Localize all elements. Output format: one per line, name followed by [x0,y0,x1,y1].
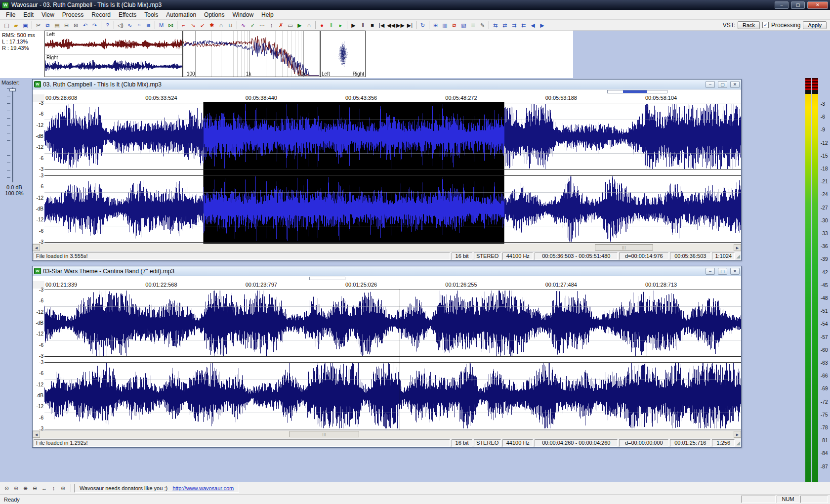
child-minimize-button[interactable]: – [706,268,715,275]
play-record-icon[interactable]: ▸ [336,21,345,30]
menu-automation[interactable]: Automation [162,10,200,19]
copy-icon[interactable]: ⧉ [43,21,52,30]
undo-icon[interactable]: ↶ [81,21,90,30]
menu-window[interactable]: Window [228,10,257,19]
timeline[interactable]: 00:05:28:60800:05:33:52400:05:38:44000:0… [44,94,741,102]
new-file-icon[interactable]: ▢ [2,21,11,30]
channels-extract-icon[interactable]: ⇇ [519,21,528,30]
overview-bar[interactable] [309,277,345,280]
loop-start-icon[interactable]: ⌐ [179,21,188,30]
horizontal-scrollbar[interactable]: ◀ ||| ▶ [33,244,741,251]
apply-envelope-icon[interactable]: ✓ [248,21,257,30]
waveform-canvas[interactable] [44,102,741,244]
master-slider[interactable] [7,87,18,182]
zoom-selection-wave-icon[interactable]: ≈ [134,21,144,30]
insert-silence-icon[interactable]: ⊞ [431,21,440,30]
waveform-view-icon[interactable]: ∿ [125,21,134,30]
lock-loop-icon[interactable]: ∩ [216,21,226,30]
help-icon[interactable]: ? [103,21,112,30]
scroll-left-icon[interactable]: ◀ [33,431,40,438]
menu-process[interactable]: Process [58,10,87,19]
menu-help[interactable]: Help [257,10,278,19]
child-minimize-button[interactable]: – [706,81,715,88]
vertical-zoom-icon[interactable]: ↕ [267,21,276,30]
interpolate-icon[interactable]: ▧ [459,21,468,30]
zoom-horizontal-icon[interactable]: ↔ [40,484,49,493]
envelope-frame-icon[interactable]: ▭ [286,21,295,30]
go-start-icon[interactable]: |◀ [377,21,386,30]
scroll-right-icon[interactable]: ▶ [734,244,741,251]
nudge-left-icon[interactable]: ◀ [528,21,538,30]
menu-view[interactable]: View [38,10,58,19]
pause-record-icon[interactable]: ‖ [327,21,336,30]
menu-tools[interactable]: Tools [140,10,162,19]
zoom-out-icon[interactable]: ⊖ [30,484,40,493]
cut-icon[interactable]: ✂ [34,21,43,30]
zoom-all-wave-icon[interactable]: ≋ [144,21,153,30]
play-icon[interactable]: ▶ [349,21,358,30]
audio-config-icon[interactable]: ◁) [116,21,125,30]
timeline[interactable]: 00:01:21:33900:01:22:56800:01:23:79700:0… [44,281,741,289]
nudge-right-icon[interactable]: ▶ [538,21,547,30]
zoom-in-icon[interactable]: ⊕ [21,484,30,493]
overview-bar[interactable] [607,90,667,93]
child-close-button[interactable]: ✕ [730,81,740,88]
copy-loop-icon[interactable]: ⧉ [450,21,459,30]
scrollbar-thumb[interactable]: ||| [595,244,653,251]
mark-out-icon[interactable]: ↙ [198,21,207,30]
statistics-icon[interactable]: ▥ [440,21,450,30]
resize-grip-icon[interactable]: ◢ [736,439,740,447]
channels-split-icon[interactable]: ⇆ [491,21,500,30]
paste-icon[interactable]: ▤ [52,21,62,30]
child-titlebar[interactable]: w 03. Ruth Campbell - This Is It (Club M… [33,80,741,89]
snap-icon[interactable]: ✱ [207,21,216,30]
forward-icon[interactable]: ▶▶ [396,21,405,30]
delete-icon[interactable]: ⊠ [71,21,81,30]
waveform-canvas[interactable] [44,289,741,430]
vst-rack-button[interactable]: Rack [738,21,760,29]
child-maximize-button[interactable]: ▢ [718,81,727,88]
apply-button[interactable]: Apply [803,21,827,29]
scroll-track[interactable]: ||| [40,244,734,251]
scroll-left-icon[interactable]: ◀ [33,244,40,251]
menu-record[interactable]: Record [87,10,115,19]
maximize-button[interactable]: ▢ [791,1,805,9]
scroll-track[interactable]: ||| [40,431,734,438]
marker-play-icon[interactable]: ⋈ [166,21,175,30]
rewind-icon[interactable]: ◀◀ [386,21,396,30]
delete-markers-icon[interactable]: ⊔ [226,21,235,30]
menu-file[interactable]: File [2,10,19,19]
play-envelope-icon[interactable]: ▶ [295,21,304,30]
go-end-icon[interactable]: ▶| [405,21,415,30]
menu-edit[interactable]: Edit [19,10,38,19]
master-slider-thumb[interactable] [9,88,16,91]
resample-icon[interactable]: ≣ [468,21,478,30]
clear-envelope-icon[interactable]: ✗ [276,21,286,30]
processing-checkbox[interactable]: ✓ [762,22,769,28]
minimize-button[interactable]: – [775,1,788,9]
open-file-icon[interactable]: ▰ [11,21,21,30]
pencil-icon[interactable]: ✎ [478,21,487,30]
scrollbar-thumb[interactable]: ||| [290,431,359,437]
zoom-100-icon[interactable]: ⊛ [58,484,68,493]
channels-swap-icon[interactable]: ⇄ [500,21,509,30]
scroll-right-icon[interactable]: ▶ [734,431,741,438]
loop-playback-icon[interactable]: ↻ [418,21,427,30]
child-titlebar[interactable]: w 03-Star Wars Theme - Cantina Band (7''… [33,266,741,276]
menu-effects[interactable]: Effects [115,10,140,19]
mark-in-icon[interactable]: ↘ [188,21,198,30]
lock-envelope-icon[interactable]: ∩ [304,21,314,30]
wavosaur-link[interactable]: http://www.wavosaur.com [172,485,234,491]
child-close-button[interactable]: ✕ [730,268,740,275]
envelope-points-icon[interactable]: ⋯ [257,21,267,30]
redo-icon[interactable]: ↷ [90,21,99,30]
channels-merge-icon[interactable]: ⇉ [509,21,519,30]
record-icon[interactable]: ● [317,21,327,30]
close-button[interactable]: ✕ [807,1,828,9]
app-titlebar[interactable]: W Wavosaur - 03. Ruth Campbell - This Is… [0,0,830,10]
menu-options[interactable]: Options [200,10,228,19]
horizontal-scrollbar[interactable]: ◀ ||| ▶ [33,430,741,438]
stop-icon[interactable]: ■ [368,21,377,30]
zoom-vertical-icon[interactable]: ↕ [49,484,58,493]
zoom-tool-icon[interactable]: ⊙ [2,484,11,493]
